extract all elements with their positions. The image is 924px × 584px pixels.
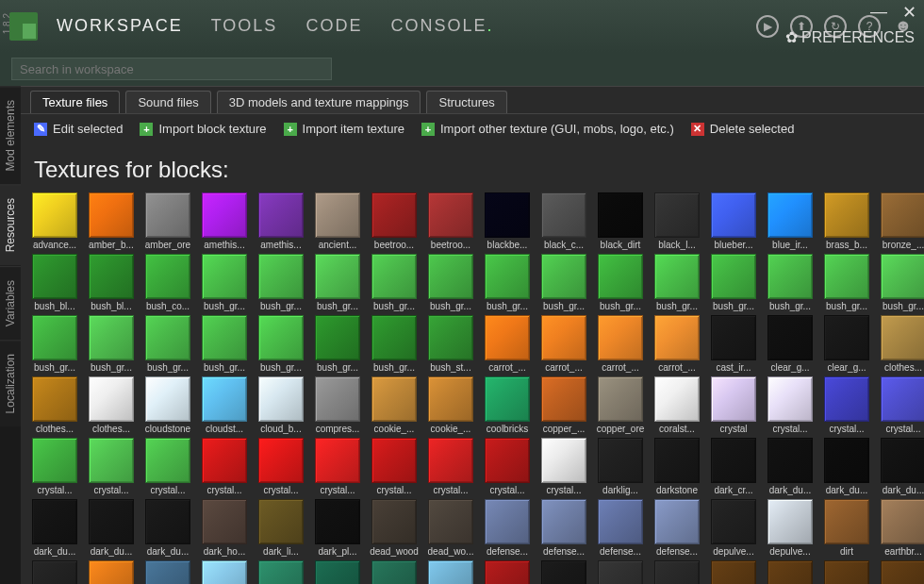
side-tab-localization[interactable]: Localization [0,340,21,426]
texture-item[interactable]: crystal... [822,376,871,434]
texture-item[interactable]: depulve... [709,499,758,557]
texture-item[interactable]: depulve... [766,499,815,557]
texture-item[interactable]: dark_du... [766,438,815,495]
texture-item[interactable]: crystal... [426,438,475,495]
texture-item[interactable]: dead_wood [370,499,419,557]
texture-item[interactable]: amethis... [256,192,305,250]
edit-selected-button[interactable]: ✎Edit selected [34,122,123,136]
tab-structures[interactable]: Structures [426,91,506,113]
texture-item[interactable]: carrot_... [483,315,532,373]
texture-item[interactable]: dark_cr... [709,438,758,495]
texture-item[interactable]: black_l... [652,192,701,250]
texture-item[interactable]: earthbr... [879,499,924,557]
import-block-button[interactable]: +Import block texture [140,122,266,136]
side-tab-resources[interactable]: Resources [0,184,21,265]
texture-item[interactable]: advance... [30,192,79,250]
minimize-button[interactable]: — [870,2,887,23]
texture-item[interactable]: copper_... [539,376,588,434]
texture-item[interactable]: carrot_... [596,315,645,373]
texture-item[interactable]: copper_ore [596,376,645,434]
texture-item[interactable]: ... [256,560,305,584]
texture-item[interactable]: crystal... [370,438,419,495]
texture-item[interactable]: ancient... [313,192,362,250]
texture-item[interactable]: dark_pl... [313,499,362,557]
texture-item[interactable]: ... [539,560,588,584]
texture-item[interactable]: amethis... [200,192,249,250]
texture-item[interactable]: crystal... [200,438,249,495]
texture-item[interactable]: bush_gr... [822,254,871,311]
texture-item[interactable]: ... [483,560,532,584]
texture-item[interactable]: ... [313,560,362,584]
texture-item[interactable]: defense... [483,499,532,557]
import-item-button[interactable]: +Import item texture [284,122,404,136]
texture-item[interactable]: cast_ir... [709,315,758,373]
texture-item[interactable]: ... [370,560,419,584]
texture-item[interactable]: crystal... [313,438,362,495]
texture-item[interactable]: ... [30,560,79,584]
texture-item[interactable]: dirt [822,499,871,557]
texture-item[interactable]: dark_du... [87,499,136,557]
texture-item[interactable]: bush_gr... [879,254,924,311]
texture-item[interactable]: beetroo... [370,192,419,250]
texture-item[interactable]: cloud_b... [256,376,305,434]
texture-item[interactable]: bush_co... [143,254,192,311]
texture-item[interactable]: brass_b... [822,192,871,250]
texture-item[interactable]: blue_ir... [766,192,815,250]
texture-item[interactable]: bush_bl... [30,254,79,311]
texture-item[interactable]: ... [652,560,701,584]
texture-item[interactable]: ... [766,560,815,584]
texture-item[interactable]: ... [709,560,758,584]
texture-item[interactable]: ... [200,560,249,584]
texture-item[interactable]: clothes... [30,376,79,434]
texture-item[interactable]: crystal... [766,376,815,434]
texture-item[interactable]: dark_du... [822,438,871,495]
texture-item[interactable]: dark_li... [256,499,305,557]
texture-item[interactable]: bush_gr... [766,254,815,311]
texture-item[interactable]: defense... [652,499,701,557]
texture-item[interactable]: darklig... [596,438,645,495]
menu-console[interactable]: CONSOLE. [390,16,493,36]
texture-item[interactable]: cookie_... [370,376,419,434]
texture-item[interactable]: bush_st... [426,315,475,373]
texture-item[interactable]: clear_g... [766,315,815,373]
texture-item[interactable]: ... [87,560,136,584]
texture-item[interactable]: bush_gr... [426,254,475,311]
texture-item[interactable]: bush_gr... [370,254,419,311]
texture-item[interactable]: bush_gr... [256,315,305,373]
tab-3d-models[interactable]: 3D models and texture mappings [217,91,421,113]
texture-item[interactable]: ... [426,560,475,584]
texture-item[interactable]: defense... [539,499,588,557]
texture-item[interactable]: bush_bl... [87,254,136,311]
texture-item[interactable]: cloudstone [143,376,192,434]
menu-workspace[interactable]: WORKSPACE [57,16,183,36]
texture-item[interactable]: bush_gr... [313,254,362,311]
texture-item[interactable]: crystal [709,376,758,434]
texture-item[interactable]: clothes... [879,315,924,373]
preferences-button[interactable]: ✿ PREFERENCES [785,28,915,46]
texture-item[interactable]: crystal... [483,438,532,495]
texture-item[interactable]: bush_gr... [200,254,249,311]
texture-item[interactable]: blackbe... [483,192,532,250]
texture-item[interactable]: bush_gr... [30,315,79,373]
texture-item[interactable]: clear_g... [822,315,871,373]
texture-item[interactable]: dark_du... [30,499,79,557]
texture-item[interactable]: amber_b... [87,192,136,250]
texture-item[interactable]: beetroo... [426,192,475,250]
texture-item[interactable]: amber_ore [143,192,192,250]
texture-item[interactable]: bush_gr... [483,254,532,311]
texture-item[interactable]: crystal... [143,438,192,495]
texture-item[interactable]: cookie_... [426,376,475,434]
texture-item[interactable]: dark_du... [879,438,924,495]
texture-item[interactable]: bush_gr... [709,254,758,311]
close-button[interactable]: ✕ [902,2,916,23]
texture-item[interactable]: ... [143,560,192,584]
texture-item[interactable]: crystal... [256,438,305,495]
menu-tools[interactable]: TOOLS [211,16,278,36]
texture-item[interactable]: ... [822,560,871,584]
texture-item[interactable]: carrot_... [652,315,701,373]
texture-item[interactable]: black_c... [539,192,588,250]
texture-item[interactable]: defense... [596,499,645,557]
texture-item[interactable]: bush_gr... [539,254,588,311]
run-icon[interactable]: ▶ [756,15,779,38]
texture-item[interactable]: coolbricks [483,376,532,434]
